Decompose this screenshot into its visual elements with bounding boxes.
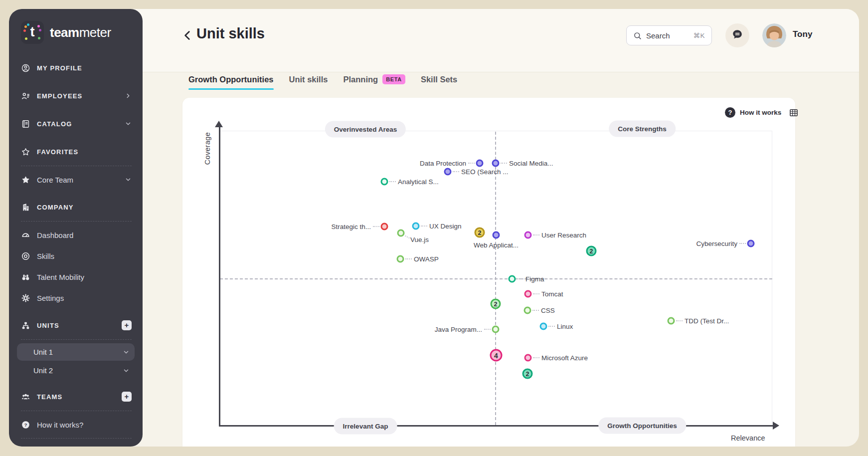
sidebar-item-skills[interactable]: Skills	[21, 245, 132, 266]
sidebar-item-catalog[interactable]: CATALOG	[21, 113, 132, 135]
sidebar-item-my-profile[interactable]: MY PROFILE	[21, 57, 132, 79]
dashboard-icon	[21, 230, 30, 240]
sidebar-item-talent-mobility[interactable]: Talent Mobility	[21, 266, 132, 287]
back-button[interactable]	[181, 29, 194, 42]
cluster-point[interactable]: 2	[491, 299, 501, 309]
sidebar-item-label: Talent Mobility	[37, 273, 84, 281]
chevron-down-icon	[125, 120, 132, 127]
person-circle-icon	[21, 63, 30, 73]
tab-label: Unit skills	[289, 75, 328, 84]
cluster-point[interactable]: 2	[586, 246, 597, 256]
skill-point-ux-design[interactable]	[412, 223, 420, 230]
tab-growth-opportunities[interactable]: Growth Opportunities	[188, 75, 274, 90]
sidebar-item-employees[interactable]: EMPLOYEES	[21, 85, 132, 107]
cluster-point[interactable]: 2	[522, 369, 533, 379]
sidebar-item-units[interactable]: UNITS+	[21, 314, 132, 336]
sidebar-item-dashboard[interactable]: Dashboard	[21, 225, 132, 245]
chevron-down-icon	[123, 349, 130, 356]
teammeter-logo: t	[21, 21, 44, 44]
how-it-works-label: How it works	[740, 109, 781, 116]
question-circle-icon: ?	[725, 107, 735, 118]
tab-bar: Growth OpportunitiesUnit skillsPlanningB…	[188, 74, 457, 90]
tab-label: Planning	[343, 75, 378, 84]
user-name[interactable]: Tony	[793, 29, 812, 39]
sidebar-item-label: Skills	[37, 252, 54, 260]
search-placeholder: Search	[646, 31, 670, 40]
skill-point-owasp[interactable]	[397, 255, 404, 263]
people-icon	[21, 392, 30, 402]
sidebar-item-label: FAVORITES	[37, 148, 78, 156]
gear-icon	[21, 293, 30, 303]
skill-point-tomcat[interactable]	[524, 290, 532, 298]
chevron-right-icon	[125, 92, 132, 99]
target-icon	[21, 251, 30, 261]
skill-point-strategic-th[interactable]	[381, 223, 388, 230]
tab-skill-sets[interactable]: Skill Sets	[421, 75, 457, 90]
sidebar-item-company[interactable]: COMPANY	[21, 196, 132, 218]
star-filled-icon	[21, 175, 30, 185]
skill-point-figma[interactable]	[509, 275, 516, 283]
skill-point-social-media[interactable]	[492, 160, 500, 167]
sidebar-nav: MY PROFILEEMPLOYEESCATALOGFAVORITESCore …	[21, 57, 132, 442]
catalog-icon	[21, 119, 30, 129]
cluster-point[interactable]: 2	[475, 228, 485, 238]
cluster-point[interactable]: 4	[490, 349, 503, 362]
star-outline-icon	[21, 147, 30, 157]
beta-badge: BETA	[382, 74, 405, 84]
sidebar: t teammeter MY PROFILEEMPLOYEESCATALOGFA…	[9, 9, 143, 447]
sidebar-item-label: TEAMS	[37, 393, 62, 401]
skill-point-java-program[interactable]	[492, 326, 500, 333]
brand-wordmark: teammeter	[50, 25, 111, 40]
search-input[interactable]: Search ⌘K	[626, 25, 712, 45]
sidebar-item-label: UNITS	[37, 322, 59, 329]
sidebar-item-unit-2[interactable]: Unit 2	[17, 362, 135, 379]
employees-icon	[21, 91, 30, 101]
sidebar-item-label: Settings	[37, 294, 64, 302]
chevron-down-icon	[125, 176, 132, 183]
tab-unit-skills[interactable]: Unit skills	[289, 75, 328, 90]
add-teams-button[interactable]: +	[122, 392, 132, 402]
skill-point-linux[interactable]	[540, 323, 547, 330]
sidebar-item-label: Core Team	[37, 176, 73, 184]
add-units-button[interactable]: +	[122, 320, 132, 330]
org-tree-icon	[21, 321, 30, 330]
main-window: Unit skills Search ⌘K Tony Growth Opport…	[9, 9, 859, 447]
skill-point-user-research[interactable]	[524, 231, 532, 239]
sidebar-item-unit-1[interactable]: Unit 1	[17, 343, 135, 361]
skill-point-cybersecurity[interactable]	[747, 240, 755, 247]
page-title: Unit skills	[196, 25, 265, 42]
how-it-works-button[interactable]: ? How it works	[725, 107, 781, 118]
sidebar-item-label: EMPLOYEES	[37, 92, 82, 100]
svg-text:?: ?	[24, 422, 27, 427]
sidebar-item-favorites[interactable]: FAVORITES	[21, 141, 132, 163]
skill-point-css[interactable]	[524, 307, 531, 314]
sidebar-divider	[21, 438, 132, 439]
app-window: Unit skills Search ⌘K Tony Growth Opport…	[0, 0, 868, 456]
sidebar-divider	[21, 221, 132, 222]
skill-point-microsoft-azure[interactable]	[524, 354, 532, 362]
binoculars-icon	[21, 272, 30, 282]
sidebar-item-teams[interactable]: TEAMS+	[21, 386, 132, 408]
sidebar-item-label: Dashboard	[37, 231, 73, 239]
avatar[interactable]	[762, 23, 786, 47]
skill-point-web-applicat[interactable]	[493, 231, 500, 239]
sidebar-item-label: CATALOG	[37, 120, 72, 128]
sidebar-divider	[21, 339, 132, 340]
brand[interactable]: t teammeter	[21, 21, 132, 44]
building-icon	[21, 203, 30, 212]
skill-point-seo-search[interactable]	[444, 168, 452, 176]
question-icon: ?	[21, 420, 30, 430]
sidebar-item-label: COMPANY	[37, 204, 74, 211]
skill-point-tdd-test-dr[interactable]	[668, 317, 675, 325]
skill-point-analytical-s[interactable]	[381, 178, 388, 186]
search-shortcut: ⌘K	[693, 31, 705, 39]
chat-button[interactable]	[725, 23, 749, 47]
tab-planning[interactable]: PlanningBETA	[343, 74, 405, 90]
sidebar-item-core-team[interactable]: Core Team	[21, 169, 132, 190]
skill-point-vue-js[interactable]	[397, 229, 405, 237]
sidebar-item-label: MY PROFILE	[37, 64, 82, 72]
skill-point-data-protection[interactable]	[476, 160, 484, 167]
table-view-icon[interactable]	[789, 108, 799, 118]
sidebar-item-settings[interactable]: Settings	[21, 287, 132, 308]
sidebar-item-how-it-works[interactable]: ?How it works?	[21, 414, 132, 435]
